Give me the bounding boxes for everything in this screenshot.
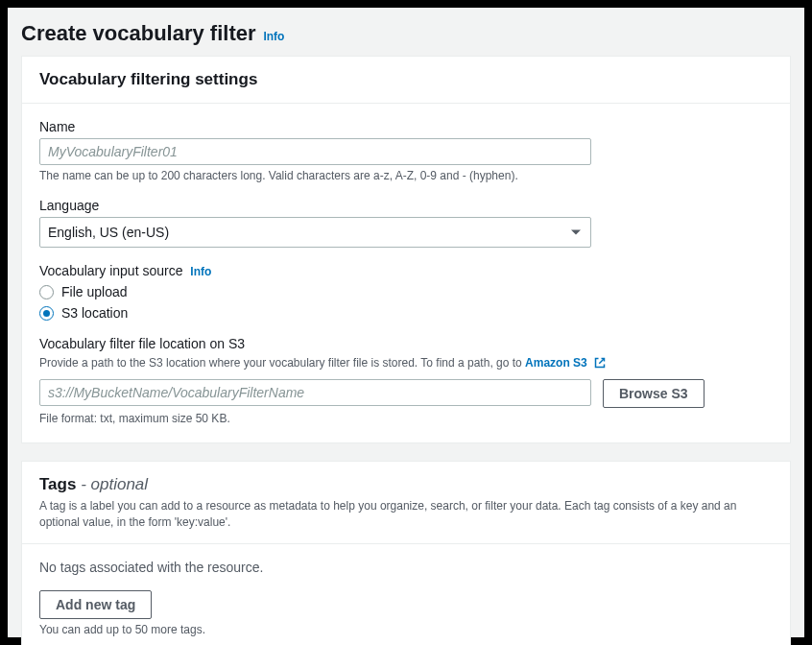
settings-panel-header: Vocabulary filtering settings [22,57,790,104]
s3-location-label: Vocabulary filter file location on S3 [39,336,773,351]
s3-location-hint: File format: txt, maximum size 50 KB. [39,412,773,425]
browse-s3-button[interactable]: Browse S3 [603,379,705,408]
tags-panel-desc: A tag is a label you can add to a resour… [39,498,773,531]
radio-icon [39,306,54,321]
radio-label: S3 location [61,305,128,321]
radio-s3-location[interactable]: S3 location [39,305,773,321]
s3-location-field: Vocabulary filter file location on S3 Pr… [39,336,773,425]
page-title: Create vocabulary filter [21,21,256,45]
tags-optional-label: - optional [81,475,148,493]
name-field: Name The name can be up to 200 character… [39,119,773,182]
settings-panel-title: Vocabulary filtering settings [39,70,773,89]
add-new-tag-button[interactable]: Add new tag [39,590,152,619]
language-field: Language English, US (en-US) [39,198,773,248]
chevron-down-icon [571,230,581,235]
name-hint: The name can be up to 200 characters lon… [39,169,773,182]
radio-label: File upload [61,284,128,299]
radio-file-upload[interactable]: File upload [39,284,773,299]
language-label: Language [39,198,773,213]
name-input[interactable] [39,138,591,165]
tags-panel: Tags - optional A tag is a label you can… [21,461,791,645]
name-label: Name [39,119,773,134]
language-select[interactable]: English, US (en-US) [39,217,591,248]
input-source-info-link[interactable]: Info [190,265,211,278]
page-header: Create vocabulary filter Info [8,8,804,56]
external-link-icon [594,357,606,373]
tags-remaining-hint: You can add up to 50 more tags. [39,623,773,636]
radio-icon [39,285,54,299]
page-info-link[interactable]: Info [263,30,284,43]
tags-panel-title: Tags - optional [39,475,773,494]
tags-panel-header: Tags - optional A tag is a label you can… [22,462,790,545]
input-source-field: Vocabulary input source Info File upload… [39,263,773,321]
language-value: English, US (en-US) [48,223,169,242]
no-tags-message: No tags associated with the resource. [39,560,773,575]
input-source-label: Vocabulary input source [39,263,182,278]
amazon-s3-link[interactable]: Amazon S3 [525,356,606,370]
s3-location-desc: Provide a path to the S3 location where … [39,355,773,373]
settings-panel: Vocabulary filtering settings Name The n… [21,56,791,443]
s3-location-input[interactable] [39,379,591,406]
